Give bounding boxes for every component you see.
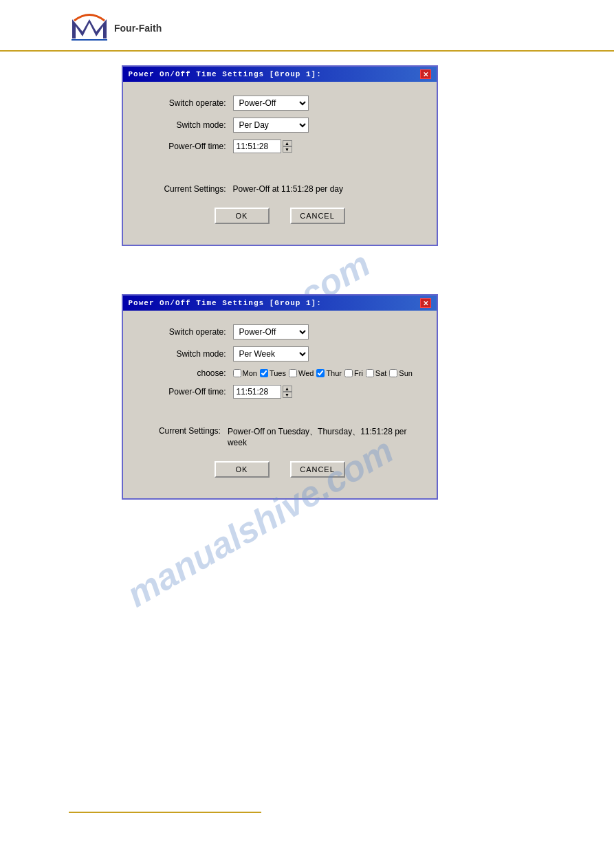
dialog2-spinner-down[interactable]: ▼ bbox=[283, 392, 292, 398]
logo-text: Four-Faith bbox=[114, 23, 162, 34]
day-label-tues: Tues bbox=[270, 369, 286, 377]
day-item-sun: Sun bbox=[389, 369, 413, 377]
dialog1-buttons: OK CANCEL bbox=[144, 201, 416, 234]
logo-icon bbox=[69, 12, 110, 43]
dialog2-choose-label: choose: bbox=[144, 368, 226, 378]
dialog2-switch-mode-row: Switch mode: Per Day Per Week bbox=[144, 346, 416, 361]
dialog2-switch-operate-select[interactable]: Power-Off Power-On bbox=[233, 324, 309, 340]
dialog1-title: Power On/Off Time Settings [Group 1]: bbox=[129, 70, 322, 78]
day-item-tues: Tues bbox=[260, 369, 286, 377]
dialog2-current-settings-value: Power-Off on Tuesday、Thursday、11:51:28 p… bbox=[228, 426, 416, 447]
dialog2-body: Switch operate: Power-Off Power-On Switc… bbox=[123, 311, 437, 498]
header: Four-Faith bbox=[0, 0, 614, 52]
dialog1-spinner: ▲ ▼ bbox=[283, 140, 292, 153]
day-label-sat: Sat bbox=[375, 369, 387, 377]
dialog2-buttons: OK CANCEL bbox=[144, 454, 416, 488]
dialog1-power-off-time-label: Power-Off time: bbox=[144, 142, 226, 151]
day-checkbox-wed[interactable] bbox=[289, 369, 297, 377]
dialog2-titlebar: Power On/Off Time Settings [Group 1]: ✕ bbox=[123, 296, 437, 311]
dialog2-ok-button[interactable]: OK bbox=[215, 461, 270, 478]
dialog2-spinner: ▲ ▼ bbox=[283, 386, 292, 398]
day-checkbox-thur[interactable] bbox=[316, 369, 325, 377]
dialog1-close-button[interactable]: ✕ bbox=[420, 69, 431, 79]
dialog2-choose-row: choose: Mon Tues Wed bbox=[144, 368, 416, 378]
dialog1-spinner-down[interactable]: ▼ bbox=[283, 146, 292, 153]
bottom-line bbox=[69, 812, 261, 813]
dialog1-ok-button[interactable]: OK bbox=[215, 208, 270, 224]
dialog1: Power On/Off Time Settings [Group 1]: ✕ … bbox=[122, 65, 438, 246]
day-item-wed: Wed bbox=[289, 369, 314, 377]
dialog1-switch-mode-row: Switch mode: Per Day Per Week bbox=[144, 118, 416, 133]
dialog2-time-input-container: ▲ ▼ bbox=[233, 385, 292, 399]
dialog2-title: Power On/Off Time Settings [Group 1]: bbox=[129, 299, 322, 307]
dialog2-switch-mode-label: Switch mode: bbox=[144, 349, 226, 359]
dialog2-current-settings-label: Current Settings: bbox=[144, 426, 221, 436]
day-label-wed: Wed bbox=[298, 369, 314, 377]
dialog2: Power On/Off Time Settings [Group 1]: ✕ … bbox=[122, 294, 438, 500]
dialog1-titlebar: Power On/Off Time Settings [Group 1]: ✕ bbox=[123, 67, 437, 82]
dialog1-power-off-time-row: Power-Off time: ▲ ▼ bbox=[144, 140, 416, 153]
svg-marker-0 bbox=[72, 19, 107, 38]
day-checkbox-sun[interactable] bbox=[389, 369, 397, 377]
day-checkbox-mon[interactable] bbox=[233, 369, 241, 377]
day-label-sun: Sun bbox=[399, 369, 413, 377]
main-content: Power On/Off Time Settings [Group 1]: ✕ … bbox=[0, 65, 614, 500]
dialog2-time-input[interactable] bbox=[233, 385, 281, 399]
dialog2-power-off-time-row: Power-Off time: ▲ ▼ bbox=[144, 385, 416, 399]
day-item-sat: Sat bbox=[366, 369, 387, 377]
dialog1-switch-operate-select[interactable]: Power-Off Power-On bbox=[233, 96, 309, 111]
dialog1-switch-mode-label: Switch mode: bbox=[144, 120, 226, 130]
dialog1-switch-mode-select[interactable]: Per Day Per Week bbox=[233, 118, 309, 133]
day-checkbox-tues[interactable] bbox=[260, 369, 268, 377]
dialog1-time-input-container: ▲ ▼ bbox=[233, 140, 292, 153]
dialog2-spinner-up[interactable]: ▲ bbox=[283, 386, 292, 392]
dialog2-power-off-time-label: Power-Off time: bbox=[144, 387, 226, 397]
dialog2-switch-mode-select[interactable]: Per Day Per Week bbox=[233, 346, 309, 361]
dialog1-switch-operate-row: Switch operate: Power-Off Power-On bbox=[144, 96, 416, 111]
dialog2-close-button[interactable]: ✕ bbox=[420, 298, 431, 308]
dialog2-cancel-button[interactable]: CANCEL bbox=[290, 461, 345, 478]
day-checkbox-sat[interactable] bbox=[366, 369, 374, 377]
dialog2-current-settings-row: Current Settings: Power-Off on Tuesday、T… bbox=[144, 426, 416, 447]
day-label-mon: Mon bbox=[243, 369, 257, 377]
dialog1-time-input[interactable] bbox=[233, 140, 281, 153]
dialog1-current-settings-label: Current Settings: bbox=[144, 184, 226, 194]
dialog2-days-container: Mon Tues Wed Thur bbox=[233, 369, 413, 377]
dialog1-cancel-button[interactable]: CANCEL bbox=[290, 208, 345, 224]
day-item-thur: Thur bbox=[316, 369, 342, 377]
dialog1-spinner-up[interactable]: ▲ bbox=[283, 140, 292, 146]
dialog1-body: Switch operate: Power-Off Power-On Switc… bbox=[123, 82, 437, 245]
dialog2-switch-operate-row: Switch operate: Power-Off Power-On bbox=[144, 324, 416, 340]
day-checkbox-fri[interactable] bbox=[344, 369, 353, 377]
dialog1-current-settings-row: Current Settings: Power-Off at 11:51:28 … bbox=[144, 184, 416, 194]
dialog1-switch-operate-label: Switch operate: bbox=[144, 98, 226, 108]
day-label-fri: Fri bbox=[354, 369, 363, 377]
logo-container: Four-Faith bbox=[69, 12, 600, 43]
dialog2-switch-operate-label: Switch operate: bbox=[144, 327, 226, 337]
dialog1-current-settings-value: Power-Off at 11:51:28 per day bbox=[233, 184, 344, 194]
day-item-fri: Fri bbox=[344, 369, 363, 377]
day-label-thur: Thur bbox=[326, 369, 342, 377]
day-item-mon: Mon bbox=[233, 369, 257, 377]
